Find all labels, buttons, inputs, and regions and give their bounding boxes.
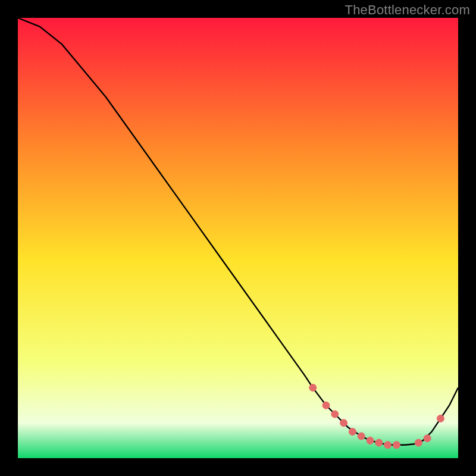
marker-point	[375, 439, 383, 446]
chart-container: TheBottlenecker.com	[0, 0, 476, 476]
chart-svg	[18, 18, 458, 458]
marker-point	[322, 402, 330, 409]
marker-point	[349, 428, 356, 436]
marker-point	[358, 433, 365, 440]
marker-point	[437, 415, 444, 422]
marker-point	[393, 441, 400, 449]
marker-point	[309, 384, 317, 392]
marker-point	[367, 437, 374, 444]
marker-point	[384, 441, 392, 449]
marker-point	[331, 411, 339, 418]
plot-area	[18, 18, 458, 458]
marker-point	[424, 435, 431, 442]
marker-point	[415, 439, 422, 446]
watermark-text: TheBottlenecker.com	[345, 2, 470, 18]
marker-point	[340, 419, 347, 427]
gradient-background	[18, 18, 458, 458]
